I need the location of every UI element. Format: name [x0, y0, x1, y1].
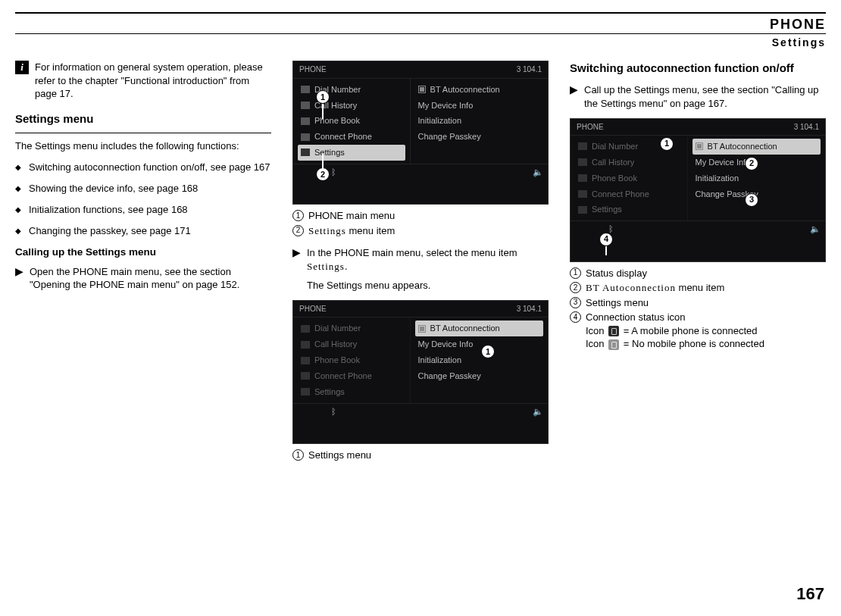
column-1: i For information on general system oper… [15, 61, 271, 471]
step-arrow-icon: ▶ [292, 246, 301, 292]
step-text: Call up the Settings menu, see the secti… [584, 83, 826, 110]
content-columns: i For information on general system oper… [15, 61, 826, 471]
step-arrow-icon: ▶ [15, 265, 23, 292]
info-icon: i [15, 61, 29, 74]
legend-text: Settings menu [586, 296, 649, 310]
callout-4: 4 [599, 233, 613, 246]
ss-header-right: 3 104.1 [794, 122, 819, 133]
column-2: PHONE 3 104.1 Dial Number Call History P… [292, 61, 549, 471]
callout-3: 3 [745, 193, 758, 207]
divider [15, 133, 271, 133]
screenshot3-legend: 1Status display 2BT Autoconnection menu … [570, 267, 826, 351]
settings-menu-intro: The Settings menu includes the following… [15, 139, 271, 153]
ss-header-right: 3 104.1 [517, 64, 542, 75]
callout-2: 2 [316, 167, 330, 181]
legend-num-2: 2 [570, 282, 581, 293]
bluetooth-icon: ᛒ [331, 406, 336, 417]
calling-up-heading: Calling up the Settings menu [15, 245, 271, 259]
legend-text: Connection status icon Icon = A mobile p… [586, 311, 764, 351]
speaker-icon: 🔈 [810, 224, 821, 235]
column-3: Switching autoconnection function on/off… [570, 61, 826, 471]
page-title: PHONE [15, 15, 826, 33]
legend-text: PHONE main menu [308, 209, 395, 223]
list-item: Switching autoconnection function on/off… [29, 161, 270, 174]
legend-text: Settings menu [308, 449, 371, 462]
ss-header-left: PHONE [299, 64, 327, 75]
info-note-row: i For information on general system oper… [15, 61, 271, 101]
info-note-text: For information on general system operat… [35, 61, 271, 101]
step-text: Open the PHONE main menu, see the sectio… [30, 265, 271, 292]
page-number: 167 [796, 583, 824, 605]
legend-num-1: 1 [292, 449, 304, 461]
phone-disconnected-icon [608, 339, 619, 350]
step-arrow-icon: ▶ [570, 83, 578, 110]
screenshot2-legend: 1Settings menu [292, 449, 549, 462]
speaker-icon: 🔈 [533, 167, 543, 178]
page-header: PHONE Settings [15, 12, 826, 50]
step-select-settings: ▶ In the PHONE main menu, select the men… [292, 246, 549, 292]
callout-2: 2 [745, 157, 758, 170]
step-result: The Settings menu appears. [307, 279, 549, 292]
switching-autoconnection-heading: Switching autoconnection function on/off [570, 61, 826, 76]
legend-num-1: 1 [570, 267, 581, 279]
page-subtitle: Settings [15, 33, 826, 50]
step-call-settings-menu: ▶ Call up the Settings menu, see the sec… [570, 83, 826, 110]
legend-text: Status display [586, 267, 647, 280]
ss-header-right: 3 104.1 [517, 304, 542, 314]
settings-functions-list: Switching autoconnection function on/off… [15, 161, 271, 238]
callout-1: 1 [481, 345, 495, 358]
list-item: Initialization functions, see page 168 [29, 203, 188, 217]
screenshot-autoconnection: PHONE 3 104.1 Dial Number Call History P… [570, 118, 826, 262]
screenshot-phone-main-menu: PHONE 3 104.1 Dial Number Call History P… [292, 61, 549, 205]
step-text: In the PHONE main menu, select the menu … [307, 246, 549, 292]
screenshot1-legend: 1PHONE main menu 2Settings menu item [292, 209, 549, 237]
step-open-phone-menu: ▶ Open the PHONE main menu, see the sect… [15, 265, 271, 292]
legend-num-3: 3 [570, 297, 581, 308]
legend-text: BT Autoconnection menu item [586, 281, 724, 295]
phone-connected-icon [608, 326, 619, 336]
speaker-icon: 🔈 [533, 406, 543, 417]
legend-num-4: 4 [570, 311, 581, 323]
ss-header-left: PHONE [577, 122, 604, 133]
legend-num-2: 2 [292, 225, 304, 236]
legend-num-1: 1 [292, 210, 304, 221]
bluetooth-icon: ᛒ [331, 167, 336, 178]
list-item: Showing the device info, see page 168 [29, 182, 198, 195]
settings-menu-heading: Settings menu [15, 111, 271, 127]
callout-1: 1 [660, 137, 674, 151]
ss-header-left: PHONE [299, 304, 327, 314]
list-item: Changing the passkey, see page 171 [29, 224, 191, 238]
legend-text: Settings menu item [308, 224, 395, 238]
screenshot-settings-menu: PHONE 3 104.1 Dial Number Call History P… [292, 300, 549, 444]
